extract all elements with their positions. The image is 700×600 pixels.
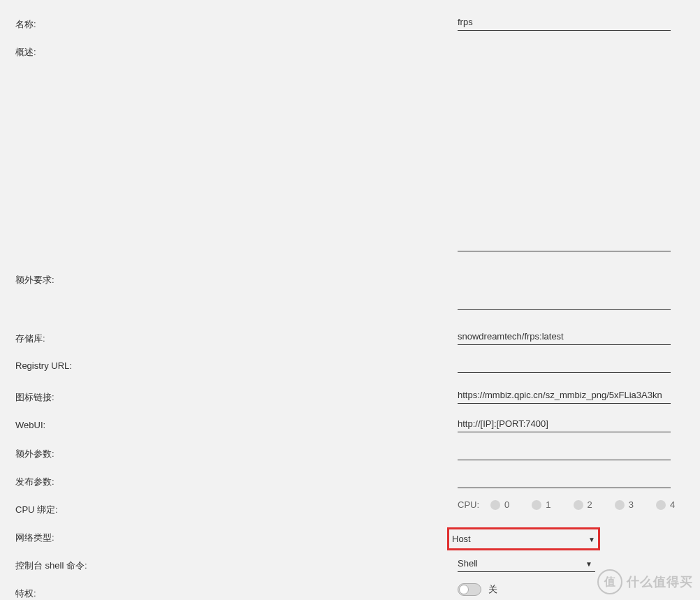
- console-shell-select[interactable]: Shell ▼: [458, 555, 595, 572]
- cpu-option-label: 1: [546, 499, 550, 510]
- cpu-option-1[interactable]: 1: [532, 499, 550, 510]
- radio-icon: [574, 500, 583, 510]
- registry-url-input[interactable]: [458, 356, 671, 373]
- cpu-option-label: 0: [504, 499, 509, 510]
- description-label: 概述:: [0, 42, 105, 59]
- publish-args-label: 发布参数:: [0, 471, 105, 488]
- icon-link-input[interactable]: [458, 387, 671, 404]
- privilege-toggle-state: 关: [488, 583, 497, 596]
- watermark: 值 什么值得买: [597, 569, 693, 594]
- privilege-toggle[interactable]: [458, 583, 481, 596]
- webui-input[interactable]: [458, 416, 671, 432]
- cpu-option-label: 4: [670, 499, 675, 510]
- watermark-text: 什么值得买: [627, 573, 693, 590]
- cpu-option-label: 3: [629, 499, 634, 510]
- extra-requirements-label: 额外要求:: [0, 270, 105, 286]
- radio-icon: [656, 500, 666, 510]
- cpu-option-3[interactable]: 3: [615, 499, 634, 510]
- radio-icon: [615, 500, 625, 510]
- repository-input[interactable]: [458, 328, 671, 345]
- description-textarea[interactable]: [458, 54, 671, 251]
- network-type-label: 网络类型:: [0, 527, 105, 544]
- toggle-knob-icon: [459, 585, 469, 594]
- registry-url-label: Registry URL:: [0, 356, 105, 371]
- name-input[interactable]: [458, 14, 671, 31]
- cpu-option-0[interactable]: 0: [490, 499, 509, 510]
- name-label: 名称:: [0, 14, 105, 31]
- network-type-value: Host: [452, 531, 595, 547]
- cpu-option-label: 2: [588, 499, 592, 510]
- repository-label: 存储库:: [0, 328, 105, 345]
- cpu-option-2[interactable]: 2: [574, 499, 592, 510]
- console-shell-label: 控制台 shell 命令:: [0, 555, 105, 572]
- icon-link-label: 图标链接:: [0, 387, 105, 404]
- privilege-label: 特权:: [0, 583, 105, 600]
- extra-args-label: 额外参数:: [0, 444, 105, 460]
- extra-args-input[interactable]: [458, 444, 671, 460]
- radio-icon: [490, 500, 500, 510]
- chevron-down-icon: ▼: [588, 535, 595, 543]
- cpu-prefix-label: CPU:: [458, 499, 479, 510]
- cpu-options-group: CPU: 0 1 2 3 4: [458, 499, 685, 510]
- publish-args-input[interactable]: [458, 471, 671, 488]
- cpu-option-4[interactable]: 4: [656, 499, 675, 510]
- radio-icon: [532, 500, 541, 510]
- network-type-select[interactable]: Host ▼: [447, 527, 600, 550]
- console-shell-value: Shell: [458, 555, 595, 571]
- cpu-binding-label: CPU 绑定:: [0, 499, 105, 516]
- webui-label: WebUI:: [0, 416, 105, 430]
- chevron-down-icon: ▼: [585, 559, 592, 567]
- watermark-logo-icon: 值: [597, 569, 622, 594]
- extra-requirements-textarea[interactable]: [458, 282, 671, 310]
